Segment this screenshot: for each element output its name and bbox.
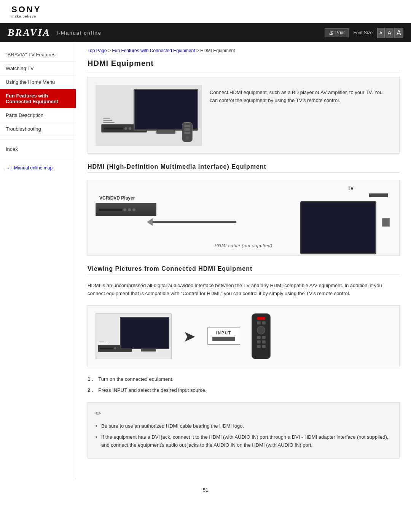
diagram-tv-label: TV [348, 186, 354, 191]
print-icon: 🖨 [329, 30, 333, 35]
step-1-num: 1． [88, 375, 95, 383]
sidebar-item-watching[interactable]: Watching TV [0, 62, 76, 75]
tv-monitor-screen [301, 202, 375, 253]
section2-title: Viewing Pictures from Connected HDMI Equ… [88, 265, 400, 275]
section1-title: HDMI (High-Definition Multimedia Interfa… [88, 163, 400, 173]
sony-header: SONY make.believe [0, 0, 411, 23]
sidebar-divider-2 [0, 159, 76, 159]
sidebar-divider [0, 139, 76, 139]
tv-monitor-stand [369, 193, 388, 197]
font-size-medium-button[interactable]: A [386, 28, 393, 38]
steps: 1． Turn on the connected equipment. 2． P… [88, 375, 400, 395]
font-size-small-button[interactable]: A [377, 28, 384, 38]
note-list: Be sure to use an authorized HDMI cable … [96, 422, 392, 449]
sidebar-item-fun-features[interactable]: Fun Features with Connected Equipment [0, 89, 76, 109]
print-label: Print [335, 30, 345, 35]
sony-logo: SONY [11, 5, 400, 14]
page-title: HDMI Equipment [88, 59, 400, 71]
breadcrumb-sep1: > [108, 48, 112, 53]
big-arrow-icon: ➤ [183, 328, 196, 345]
note-item-1: Be sure to use an authorized HDMI cable … [96, 422, 392, 430]
sidebar-online-map-link[interactable]: → i-Manual online map [0, 162, 76, 174]
input-box: INPUT [207, 328, 240, 345]
remote-control [252, 313, 271, 359]
viewing-diagram: ➤ INPUT [88, 305, 400, 367]
vcr-player [96, 203, 156, 216]
hdmi-diagram: TV VCR/DVD Player [88, 180, 400, 256]
intro-text: Connect HDMI equipment, such as a BD pla… [210, 85, 392, 146]
breadcrumb-sep2: > [196, 48, 200, 53]
step-1-text: Turn on the connected equipment. [98, 375, 174, 383]
arrow-icon: → [6, 166, 10, 170]
breadcrumb-top-page[interactable]: Top Page [88, 48, 107, 53]
breadcrumb-current: HDMI Equipment [200, 48, 235, 53]
main-layout: "BRAVIA" TV Features Watching TV Using t… [0, 42, 411, 479]
body-text: HDMI is an uncompressed all-digital audi… [88, 282, 400, 298]
vcr-button-3 [132, 208, 135, 211]
sidebar: "BRAVIA" TV Features Watching TV Using t… [0, 42, 76, 479]
vcr-button-1 [123, 208, 126, 211]
font-size-label: Font Size [354, 30, 373, 35]
step-1: 1． Turn on the connected equipment. [88, 375, 400, 383]
sony-tagline: make.believe [11, 14, 400, 18]
input-bar [212, 337, 235, 341]
intro-section: Connect HDMI equipment, such as a BD pla… [88, 77, 400, 154]
sidebar-item-troubleshooting[interactable]: Troubleshooting [0, 122, 76, 136]
imanual-label: i-Manual online [57, 30, 102, 36]
header-right: 🖨 Print Font Size A A A [325, 28, 403, 38]
note-item-2: If the equipment has a DVI jack, connect… [96, 433, 392, 449]
step-2: 2． Press INPUT and select the desired in… [88, 386, 400, 395]
font-size-buttons: A A A [377, 28, 403, 38]
sidebar-index[interactable]: Index [0, 142, 76, 156]
hdmi-connector-right [382, 218, 390, 227]
hdmi-arrow-left [147, 218, 153, 226]
bravia-text: BRAVIA [8, 27, 51, 38]
input-label: INPUT [212, 331, 235, 335]
sidebar-online-map-label: i-Manual online map [11, 165, 53, 171]
note-box: ✏ Be sure to use an authorized HDMI cabl… [88, 402, 400, 458]
print-button[interactable]: 🖨 Print [325, 28, 349, 37]
content-area: Top Page > Fun Features with Connected E… [76, 42, 411, 479]
viewing-section: Viewing Pictures from Connected HDMI Equ… [88, 265, 400, 459]
vcr-button-2 [128, 208, 131, 211]
font-size-large-button[interactable]: A [394, 28, 403, 38]
hdmi-cable [153, 221, 236, 223]
step-2-text: Press INPUT and select the desired input… [98, 386, 206, 395]
page-number: 51 [0, 479, 411, 500]
top-bar: BRAVIA i-Manual online 🖨 Print Font Size… [0, 23, 411, 42]
diagram-vcr-label: VCR/DVD Player [99, 195, 135, 201]
sidebar-item-home-menu[interactable]: Using the Home Menu [0, 75, 76, 89]
vcr-slot [99, 209, 122, 211]
diagram-cable-label: HDMI cable (not supplied) [215, 243, 272, 248]
sidebar-item-bravia-features[interactable]: "BRAVIA" TV Features [0, 48, 76, 62]
bravia-logo: BRAVIA i-Manual online [8, 27, 102, 38]
step-2-num: 2． [88, 386, 95, 395]
breadcrumb: Top Page > Fun Features with Connected E… [88, 46, 400, 53]
breadcrumb-fun-features[interactable]: Fun Features with Connected Equipment [112, 48, 195, 53]
note-icon: ✏ [96, 408, 392, 419]
sidebar-item-parts[interactable]: Parts Description [0, 109, 76, 122]
vcr-front [96, 203, 156, 216]
intro-image [96, 85, 202, 146]
tv-monitor [300, 201, 376, 254]
